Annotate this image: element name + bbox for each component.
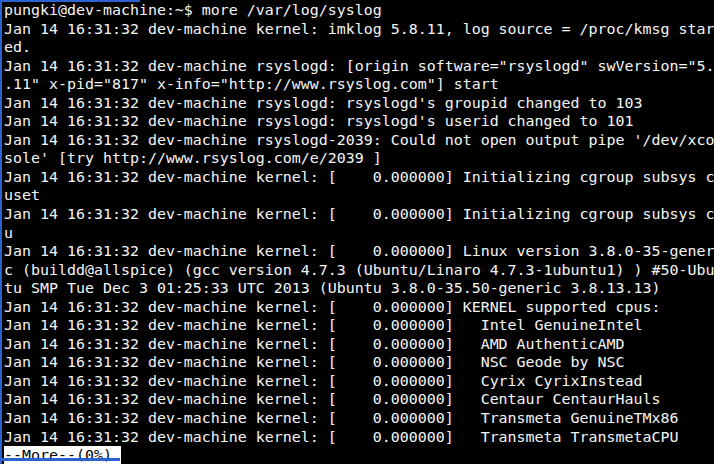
terminal-line: Jan 14 16:31:32 dev-machine kernel: [ 0.… <box>4 298 714 317</box>
terminal-line: .11" x-pid="817" x-info="http://www.rsys… <box>4 75 714 94</box>
terminal-line: Jan 14 16:31:32 dev-machine rsyslogd-203… <box>4 131 714 150</box>
terminal-window[interactable]: pungki@dev-machine:~$ more /var/log/sysl… <box>0 0 714 464</box>
terminal-line: Jan 14 16:31:32 dev-machine kernel: imkl… <box>4 20 714 39</box>
pager-status-line: --More--(0%) <box>4 446 714 464</box>
more-pager-prompt: --More--(0%) <box>4 446 121 464</box>
window-border-bottom <box>0 458 120 461</box>
typed-command: more /var/log/syslog <box>193 1 382 19</box>
window-border-left <box>0 0 2 464</box>
terminal-line: Jan 14 16:31:32 dev-machine kernel: [ 0.… <box>4 205 714 224</box>
window-border-top <box>0 0 140 2</box>
terminal-line: sole' [try http://www.rsyslog.com/e/2039… <box>4 149 714 168</box>
terminal-line: Jan 14 16:31:32 dev-machine kernel: [ 0.… <box>4 390 714 409</box>
terminal-line: Jan 14 16:31:32 dev-machine rsyslogd: rs… <box>4 94 714 113</box>
terminal-line: c (buildd@allspice) (gcc version 4.7.3 (… <box>4 261 714 280</box>
terminal-line: Jan 14 16:31:32 dev-machine kernel: [ 0.… <box>4 242 714 261</box>
terminal-line: Jan 14 16:31:32 dev-machine kernel: [ 0.… <box>4 372 714 391</box>
shell-prompt-line: pungki@dev-machine:~$ more /var/log/sysl… <box>4 1 714 20</box>
terminal-line: Jan 14 16:31:32 dev-machine kernel: [ 0.… <box>4 316 714 335</box>
shell-prompt: pungki@dev-machine:~$ <box>4 1 193 19</box>
terminal-line: Jan 14 16:31:32 dev-machine kernel: [ 0.… <box>4 335 714 354</box>
terminal-output: pungki@dev-machine:~$ more /var/log/sysl… <box>0 0 714 464</box>
terminal-line: Jan 14 16:31:32 dev-machine rsyslogd: [o… <box>4 57 714 76</box>
terminal-line: Jan 14 16:31:32 dev-machine kernel: [ 0.… <box>4 428 714 447</box>
terminal-line: Jan 14 16:31:32 dev-machine kernel: [ 0.… <box>4 168 714 187</box>
terminal-line: Jan 14 16:31:32 dev-machine rsyslogd: rs… <box>4 112 714 131</box>
terminal-line: uset <box>4 186 714 205</box>
terminal-line: Jan 14 16:31:32 dev-machine kernel: [ 0.… <box>4 409 714 428</box>
terminal-line: u <box>4 224 714 243</box>
terminal-line: tu SMP Tue Dec 3 01:25:33 UTC 2013 (Ubun… <box>4 279 714 298</box>
terminal-line: ed. <box>4 38 714 57</box>
terminal-line: Jan 14 16:31:32 dev-machine kernel: [ 0.… <box>4 353 714 372</box>
